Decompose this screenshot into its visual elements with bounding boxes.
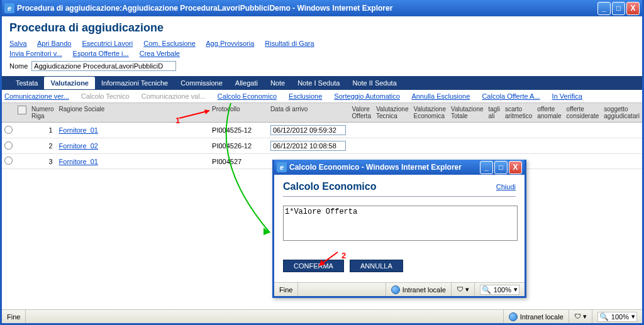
- col-offerte-anomale: offerte anomale: [535, 103, 564, 123]
- data-arrivo-input[interactable]: [270, 125, 346, 135]
- popup-calcolo-economico: e Calcolo Economico - Windows Internet E…: [272, 160, 526, 298]
- popup-chiudi-link[interactable]: Chiudi: [496, 183, 516, 190]
- col-tagli-ali: tagli ali: [486, 103, 502, 123]
- popup-heading: Calcolo Economico: [283, 181, 376, 192]
- sublink-calcolo-tecnico: Calcolo Tecnico: [81, 92, 130, 100]
- row-radio[interactable]: [4, 126, 13, 134]
- conferma-button[interactable]: CONFERMA: [283, 260, 344, 272]
- status-zone: Intranet locale: [520, 313, 564, 321]
- globe-icon: [391, 285, 400, 294]
- link-crea-verbale[interactable]: Crea Verbale: [140, 50, 180, 57]
- main-titlebar: e Procedura di aggiudicazione:Aggiudicaz…: [2, 0, 642, 16]
- main-status-bar: Fine Intranet locale 🛡 ▾ 🔍100% ▾: [2, 309, 642, 323]
- tab-valutazione[interactable]: Valutazione: [44, 77, 95, 89]
- magnify-icon: 🔍: [482, 285, 491, 294]
- bulk-action-icon[interactable]: [18, 106, 26, 114]
- col-ragione-sociale: Ragione Sociale: [57, 103, 210, 123]
- grid-header-row: Numero Riga Ragione Sociale Protocollo D…: [2, 103, 642, 123]
- maximize-button[interactable]: □: [612, 2, 625, 15]
- tab-note[interactable]: Note: [264, 77, 291, 89]
- col-valutazione-economica: Valutazione Economica: [411, 103, 448, 123]
- formula-textarea[interactable]: [283, 206, 518, 241]
- table-row: 1 Fornitore_01 PI004525-12: [2, 123, 642, 138]
- main-window: e Procedura di aggiudicazione:Aggiudicaz…: [0, 0, 644, 325]
- popup-status-zone: Intranet locale: [402, 286, 446, 294]
- sublink-calcolo-economico[interactable]: Calcolo Economico: [218, 92, 277, 100]
- col-data-arrivo: Data di arrivo: [268, 103, 350, 123]
- sub-links: Comunicazione ver... Calcolo Tecnico Com…: [2, 90, 642, 103]
- popup-close-button[interactable]: X: [509, 161, 522, 174]
- sublink-comunicazione-ver[interactable]: Comunicazione ver...: [4, 92, 69, 100]
- annulla-button[interactable]: ANNULLA: [350, 260, 403, 272]
- popup-status-fine: Fine: [279, 286, 292, 294]
- tab-allegati[interactable]: Allegati: [229, 77, 264, 89]
- col-valore-offerta: Valore Offerta: [350, 103, 374, 123]
- col-offerte-considerate: offerte considerate: [564, 103, 602, 123]
- col-soggetto-aggiudicatari: soggetto aggiudicatari: [601, 103, 642, 123]
- zoom-selector[interactable]: 🔍100% ▾: [597, 312, 637, 322]
- ie-icon: e: [277, 162, 287, 172]
- sublink-sorteggio-automatico[interactable]: Sorteggio Automatico: [334, 92, 400, 100]
- minimize-button[interactable]: _: [597, 2, 611, 15]
- page-title: Procedura di aggiudicazione: [2, 16, 642, 38]
- sublink-calcola-offerte-a[interactable]: Calcola Offerte A...: [482, 92, 540, 100]
- toolbar-row1: Salva Apri Bando Esecutrici Lavori Com. …: [2, 38, 642, 48]
- link-apri-bando[interactable]: Apri Bando: [37, 40, 71, 47]
- row-radio[interactable]: [4, 141, 13, 150]
- row-num: 2: [29, 138, 57, 154]
- popup-zoom-value: 100%: [494, 286, 511, 294]
- tab-note-ii[interactable]: Note II Seduta: [346, 77, 402, 89]
- toolbar-row2: Invia Fornitori v... Esporta Offerte i..…: [2, 48, 642, 58]
- row-num: 1: [29, 123, 57, 138]
- popup-status-bar: Fine Intranet locale 🛡 ▾ 🔍100% ▾: [274, 282, 525, 296]
- table-row: 2 Fornitore_02 PI004526-12: [2, 138, 642, 154]
- col-valutazione-tecnica: Valutazione Tecnica: [374, 103, 411, 123]
- magnify-icon: 🔍: [599, 312, 609, 321]
- globe-icon: [509, 312, 518, 321]
- sublink-in-verifica[interactable]: In Verifica: [552, 92, 582, 100]
- tab-testata[interactable]: Testata: [9, 77, 44, 89]
- tab-info-tecniche[interactable]: Informazioni Tecniche: [95, 77, 174, 89]
- tab-commissione[interactable]: Commissione: [174, 77, 229, 89]
- col-protocollo: Protocollo: [209, 103, 268, 123]
- link-esecutrici-lavori[interactable]: Esecutrici Lavori: [82, 40, 133, 47]
- nome-input[interactable]: [31, 61, 176, 71]
- tab-note-i[interactable]: Note I Seduta: [291, 77, 346, 89]
- link-salva[interactable]: Salva: [9, 40, 27, 47]
- data-arrivo-input[interactable]: [270, 141, 346, 151]
- status-fine: Fine: [7, 313, 20, 321]
- nome-row: Nome: [2, 58, 642, 74]
- col-numero-riga: Numero Riga: [29, 103, 57, 123]
- popup-minimize-button[interactable]: _: [480, 161, 493, 174]
- popup-zoom-selector[interactable]: 🔍100% ▾: [480, 285, 519, 295]
- row-radio[interactable]: [4, 157, 13, 165]
- protocollo: PI004526-12: [209, 138, 268, 154]
- row-num: 3: [29, 154, 57, 169]
- popup-maximize-button[interactable]: □: [494, 161, 508, 174]
- ragione-link[interactable]: Fornitore_02: [59, 142, 98, 150]
- sublink-annulla-esclusione[interactable]: Annulla Esclusione: [411, 92, 470, 100]
- col-scarto-aritmetico: scarto aritmetico: [502, 103, 535, 123]
- tabs-bar: Testata Valutazione Informazioni Tecnich…: [2, 76, 642, 90]
- protocollo: PI004525-12: [209, 123, 268, 138]
- main-title: Procedura di aggiudicazione:Aggiudicazio…: [17, 4, 597, 13]
- nome-label: Nome: [9, 62, 28, 70]
- link-esporta-offerte[interactable]: Esporta Offerte i...: [73, 50, 129, 57]
- sublink-comunicazione-val: Comunicazione val...: [142, 92, 206, 100]
- link-agg-provvisoria[interactable]: Agg.Provvisoria: [206, 40, 254, 47]
- popup-title: Calcolo Economico - Windows Internet Exp…: [289, 163, 480, 172]
- protocollo: PI004527: [209, 154, 268, 169]
- popup-content: Calcolo Economico Chiudi CONFERMA ANNULL…: [274, 175, 525, 278]
- link-risultati-gara[interactable]: Risultati di Gara: [265, 40, 314, 47]
- close-button[interactable]: X: [626, 2, 640, 15]
- ie-icon: e: [4, 3, 14, 13]
- sublink-esclusione[interactable]: Esclusione: [289, 92, 322, 100]
- col-valutazione-totale: Valutazione Totale: [448, 103, 486, 123]
- ragione-link[interactable]: Fornitore_01: [59, 126, 98, 134]
- ragione-link[interactable]: Fornitore_01: [59, 158, 98, 165]
- link-invia-fornitori[interactable]: Invia Fornitori v...: [9, 50, 62, 57]
- link-com-esclusione[interactable]: Com. Esclusione: [143, 40, 196, 47]
- zoom-value: 100%: [611, 313, 629, 321]
- popup-titlebar: e Calcolo Economico - Windows Internet E…: [274, 160, 525, 175]
